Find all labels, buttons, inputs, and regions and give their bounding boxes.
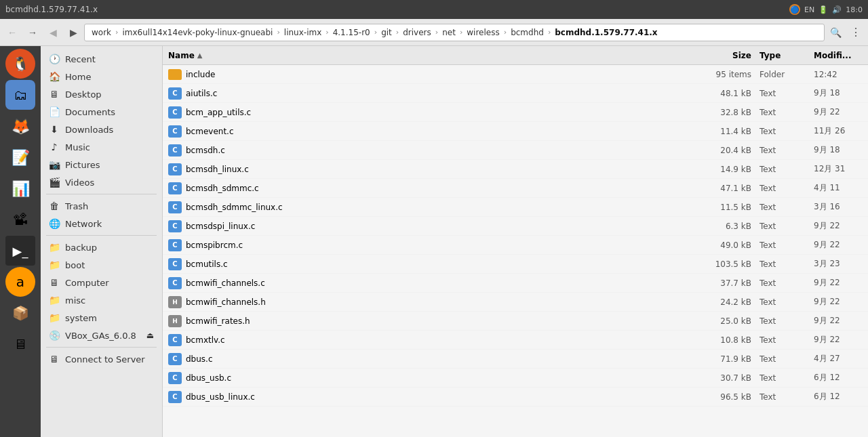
column-name[interactable]: Name ▲ <box>163 51 698 60</box>
back-button[interactable]: ← <box>3 23 22 42</box>
h-file-icon: H <box>168 315 182 327</box>
breadcrumb: work › imx6ull14x14evk-poky-linux-gnueab… <box>84 24 825 41</box>
sidebar-item-label-pictures: Pictures <box>65 160 100 170</box>
file-name-cell: Cdbus_usb.c <box>163 372 698 384</box>
file-size-cell: 95 items <box>698 70 760 79</box>
dock-virtualbox[interactable]: 📦 <box>5 298 35 328</box>
c-file-icon: C <box>168 353 182 365</box>
breadcrumb-item-net[interactable]: net <box>438 26 460 39</box>
sidebar-item-music[interactable]: ♪Music <box>41 138 162 156</box>
file-name-cell: Cbcmspibrcm.c <box>163 239 698 251</box>
table-row[interactable]: Cbcmspibrcm.c49.0 kBText9月 22 <box>163 236 868 255</box>
breadcrumb-item-bcmdhd[interactable]: bcmdhd <box>507 26 548 39</box>
breadcrumb-item-bcmdhd-1-579-77-41-x[interactable]: bcmdhd.1.579.77.41.x <box>551 26 661 39</box>
sidebar-item-backup[interactable]: 📁backup <box>41 238 162 256</box>
breadcrumb-item-git[interactable]: git <box>377 26 396 39</box>
menu-button[interactable]: ⋮ <box>846 23 865 42</box>
forward-button[interactable]: → <box>23 23 42 42</box>
table-row[interactable]: include95 itemsFolder12:42 <box>163 65 868 84</box>
file-size-cell: 11.5 kB <box>698 203 760 212</box>
sidebar-item-computer[interactable]: 🖥Computer <box>41 274 162 291</box>
dock-files[interactable]: 🗂 <box>5 80 35 110</box>
breadcrumb-item-drivers[interactable]: drivers <box>399 26 435 39</box>
sidebar-item-connect[interactable]: 🖥Connect to Server <box>41 350 162 368</box>
dock-ubuntu[interactable]: 🐧 <box>5 49 35 79</box>
table-row[interactable]: Cbcmevent.c11.4 kBText11月 26 <box>163 122 868 141</box>
table-row[interactable]: Cdbus_usb.c30.7 kBText6月 12 <box>163 369 868 388</box>
table-row[interactable]: Cdbus.c71.9 kBText4月 27 <box>163 350 868 369</box>
sidebar-item-downloads[interactable]: ⬇Downloads <box>41 121 162 138</box>
sidebar-item-vbox[interactable]: 💿VBox_GAs_6.0.8⏏ <box>41 327 162 344</box>
table-row[interactable]: Cdbus_usb_linux.c96.5 kBText6月 12 <box>163 388 868 407</box>
file-name-cell: Cdbus_usb_linux.c <box>163 391 698 403</box>
file-list-header: Name ▲ Size Type Modifi... <box>163 46 868 65</box>
table-row[interactable]: Cbcmsdh.c20.4 kBText9月 18 <box>163 141 868 160</box>
last-button[interactable]: ▶ <box>64 23 83 42</box>
breadcrumb-item-imx6ull14x14evk-poky-linux-gnueabi[interactable]: imx6ull14x14evk-poky-linux-gnueabi <box>118 26 277 39</box>
toolbar: ← → ◀ ▶ work › imx6ull14x14evk-poky-linu… <box>0 19 868 46</box>
search-button[interactable]: 🔍 <box>826 23 845 42</box>
sidebar-item-documents[interactable]: 📄Documents <box>41 103 162 121</box>
sidebar-item-trash[interactable]: 🗑Trash <box>41 197 162 215</box>
breadcrumb-item-wireless[interactable]: wireless <box>462 26 503 39</box>
column-type[interactable]: Type <box>760 51 814 60</box>
table-row[interactable]: Hbcmwifi_channels.h24.2 kBText9月 22 <box>163 293 868 312</box>
table-row[interactable]: Cbcmxtlv.c10.8 kBText9月 22 <box>163 331 868 350</box>
table-row[interactable]: Cbcmwifi_channels.c37.7 kBText9月 22 <box>163 274 868 293</box>
c-file-icon: C <box>168 163 182 175</box>
file-size-cell: 71.9 kB <box>698 354 760 364</box>
sidebar-item-videos[interactable]: 🎬Videos <box>41 173 162 191</box>
sidebar-item-misc[interactable]: 📁misc <box>41 291 162 309</box>
sidebar-item-label-videos: Videos <box>65 178 94 188</box>
sidebar-item-label-computer: Computer <box>65 278 109 288</box>
breadcrumb-item-work[interactable]: work <box>87 26 115 39</box>
dock-terminal[interactable]: ▶_ <box>5 236 35 266</box>
column-modified[interactable]: Modifi... <box>814 51 868 60</box>
table-row[interactable]: Cbcmsdh_sdmmc_linux.c11.5 kBText3月 16 <box>163 198 868 217</box>
file-name-cell: Cbcmsdh_sdmmc_linux.c <box>163 201 698 213</box>
recent-icon: 🕐 <box>49 54 60 64</box>
sidebar-item-network[interactable]: 🌐Network <box>41 215 162 232</box>
file-modified-cell: 9月 22 <box>814 334 868 346</box>
dock-libreoffice-impress[interactable]: 📽 <box>5 205 35 234</box>
file-name-cell: Cdbus.c <box>163 353 698 365</box>
dock-libreoffice-writer[interactable]: 📝 <box>5 142 35 172</box>
nautilus-icon: 🔵 <box>789 4 800 15</box>
volume-icon: 🔊 <box>832 5 842 14</box>
network-icon: 🌐 <box>49 218 60 229</box>
dock-extra[interactable]: 🖥 <box>5 329 35 359</box>
sidebar-item-system[interactable]: 📁system <box>41 309 162 327</box>
file-modified-cell: 9月 22 <box>814 220 868 232</box>
table-row[interactable]: Cbcmsdh_sdmmc.c47.1 kBText4月 11 <box>163 179 868 198</box>
file-name: dbus_usb_linux.c <box>186 392 255 402</box>
sidebar-item-home[interactable]: 🏠Home <box>41 68 162 85</box>
sidebar-item-label-backup: backup <box>65 243 97 253</box>
file-name-cell: Cbcmsdh_linux.c <box>163 163 698 175</box>
sidebar-item-pictures[interactable]: 📷Pictures <box>41 156 162 173</box>
table-row[interactable]: Cbcm_app_utils.c32.8 kBText9月 22 <box>163 103 868 122</box>
dock-libreoffice-calc[interactable]: 📊 <box>5 173 35 203</box>
file-name-cell: Cbcmevent.c <box>163 125 698 138</box>
column-size[interactable]: Size <box>698 51 760 60</box>
file-size-cell: 14.9 kB <box>698 165 760 174</box>
sidebar-item-recent[interactable]: 🕐Recent <box>41 50 162 68</box>
table-row[interactable]: Hbcmwifi_rates.h25.0 kBText9月 22 <box>163 312 868 331</box>
table-row[interactable]: Cbcmsdh_linux.c14.9 kBText12月 31 <box>163 160 868 179</box>
first-button[interactable]: ◀ <box>43 23 62 42</box>
sidebar: 🕐Recent🏠Home🖥Desktop📄Documents⬇Downloads… <box>41 46 163 437</box>
dock-firefox[interactable]: 🦊 <box>5 111 35 141</box>
file-type-cell: Text <box>760 241 814 250</box>
file-type-cell: Text <box>760 297 814 307</box>
breadcrumb-item-4-1-15-r0[interactable]: 4.1.15-r0 <box>329 26 374 39</box>
file-modified-cell: 3月 23 <box>814 258 868 270</box>
table-row[interactable]: Cbcmutils.c103.5 kBText3月 23 <box>163 255 868 274</box>
eject-icon-vbox[interactable]: ⏏ <box>146 331 154 340</box>
table-row[interactable]: Cbcmsdspi_linux.c6.3 kBText9月 22 <box>163 217 868 236</box>
file-name: dbus_usb.c <box>186 373 231 383</box>
table-row[interactable]: Caiutils.c48.1 kBText9月 18 <box>163 84 868 103</box>
dock-amazon[interactable]: a <box>5 267 35 297</box>
file-size-cell: 49.0 kB <box>698 241 760 250</box>
sidebar-item-desktop[interactable]: 🖥Desktop <box>41 85 162 103</box>
breadcrumb-item-linux-imx[interactable]: linux-imx <box>280 26 326 39</box>
sidebar-item-boot[interactable]: 📁boot <box>41 256 162 274</box>
